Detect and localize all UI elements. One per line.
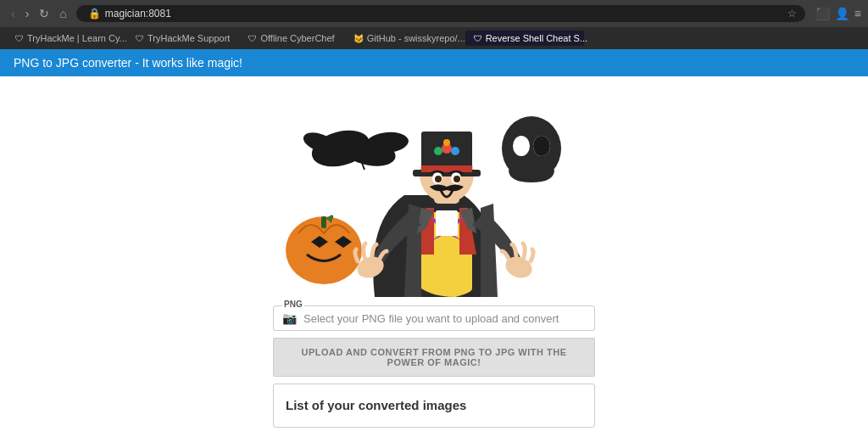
address-text: magician:8081 — [105, 8, 783, 20]
svg-point-4 — [350, 146, 374, 163]
file-input-group: PNG 📷 Select your PNG file you want to u… — [273, 305, 595, 331]
svg-point-38 — [453, 176, 460, 182]
page-header: PNG to JPG converter - It works like mag… — [0, 49, 868, 76]
svg-point-33 — [451, 147, 459, 155]
browser-actions: ⬛ 👤 ≡ — [815, 7, 861, 20]
magician-svg — [239, 85, 629, 297]
tab-tryhackme-learn[interactable]: 🛡 TryHackMe | Learn Cy... — [7, 31, 125, 46]
nav-buttons: ‹ › ↻ ⌂ — [7, 5, 71, 22]
address-bar-icons: ☆ — [787, 8, 797, 20]
file-placeholder-text: Select your PNG file you want to upload … — [303, 312, 559, 325]
profile-icon[interactable]: 👤 — [835, 7, 849, 20]
bat-decoration — [301, 125, 409, 173]
svg-point-9 — [513, 136, 530, 156]
form-area: PNG 📷 Select your PNG file you want to u… — [273, 305, 595, 428]
file-input-label: PNG — [282, 300, 304, 309]
converted-images-list-box: List of your converted images — [273, 384, 595, 428]
svg-point-32 — [434, 147, 442, 155]
svg-rect-25 — [436, 210, 458, 236]
converted-list-title: List of your converted images — [286, 398, 466, 412]
tab-favicon: 🛡 — [474, 34, 482, 43]
camera-icon: 📷 — [282, 311, 297, 325]
tab-favicon: 🐱 — [353, 34, 364, 43]
browser-toolbar: ‹ › ↻ ⌂ 🔒 magician:8081 ☆ ⬛ 👤 ≡ — [0, 0, 868, 27]
tab-tryhackme-support[interactable]: 🛡 TryHackMe Support — [127, 31, 238, 46]
extensions-icon[interactable]: ⬛ — [815, 7, 830, 20]
tab-label: TryHackMe | Learn Cy... — [27, 33, 127, 43]
tab-label: Reverse Shell Cheat S... — [486, 33, 587, 43]
forward-button[interactable]: › — [21, 5, 34, 22]
tab-github[interactable]: 🐱 GitHub - swisskyrepo/... — [345, 31, 464, 46]
security-icon: 🔒 — [88, 8, 101, 20]
svg-point-37 — [435, 176, 442, 182]
tab-reverse-shell[interactable]: 🛡 Reverse Shell Cheat S... — [465, 31, 584, 46]
bookmark-icon[interactable]: ☆ — [787, 8, 797, 20]
tab-favicon: 🛡 — [248, 34, 257, 43]
menu-icon[interactable]: ≡ — [854, 7, 861, 20]
magician-illustration — [239, 85, 629, 297]
back-button[interactable]: ‹ — [7, 5, 19, 22]
svg-rect-30 — [421, 165, 472, 172]
tab-cyberchef[interactable]: 🛡 Offline CyberChef — [240, 31, 342, 46]
page-header-text: PNG to JPG converter - It works like mag… — [14, 56, 242, 70]
svg-rect-18 — [321, 216, 326, 228]
page-content: PNG 📷 Select your PNG file you want to u… — [0, 76, 868, 448]
skull-decoration — [502, 116, 561, 182]
tabs-bar: 🛡 TryHackMe | Learn Cy... 🛡 TryHackMe Su… — [0, 27, 868, 49]
tab-label: Offline CyberChef — [260, 33, 334, 43]
tab-favicon: 🛡 — [136, 34, 144, 43]
browser-chrome: ‹ › ↻ ⌂ 🔒 magician:8081 ☆ ⬛ 👤 ≡ 🛡 TryHac… — [0, 0, 868, 49]
tab-label: TryHackMe Support — [147, 33, 230, 43]
upload-convert-button[interactable]: UPLOAD AND CONVERT FROM PNG TO JPG WITH … — [273, 338, 595, 377]
refresh-button[interactable]: ↻ — [35, 5, 53, 22]
tab-label: GitHub - swisskyrepo/... — [367, 33, 465, 43]
address-bar[interactable]: 🔒 magician:8081 ☆ — [76, 5, 805, 22]
pumpkin-decoration — [286, 216, 362, 284]
svg-point-11 — [533, 136, 550, 156]
home-button[interactable]: ⌂ — [55, 5, 70, 22]
svg-point-34 — [443, 139, 450, 146]
tab-favicon: 🛡 — [15, 34, 24, 43]
